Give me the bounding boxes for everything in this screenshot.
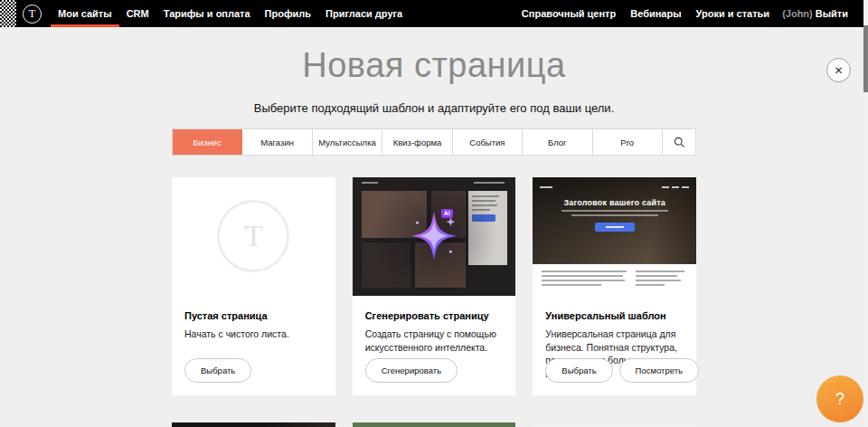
placeholder-line <box>540 186 552 188</box>
placeholder-line <box>662 186 669 188</box>
card-title: Универсальный шаблон <box>545 310 684 321</box>
main-nav: Мои сайты CRM Тарифы и оплата Профиль Пр… <box>51 0 410 27</box>
view-universal-button[interactable]: Посмотреть <box>619 358 699 383</box>
template-card-partial[interactable] <box>533 422 696 427</box>
card-body: Пустая страница Начать с чистого листа. <box>172 296 335 341</box>
choose-blank-button[interactable]: Выбрать <box>184 358 251 383</box>
nav-lessons[interactable]: Уроки и статьи <box>689 0 778 27</box>
template-cards-row: T Пустая страница Начать с чистого листа… <box>172 177 696 395</box>
mini-site-nav <box>533 186 696 188</box>
nav-my-sites[interactable]: Мои сайты <box>51 0 119 27</box>
preview-text-column <box>542 270 626 289</box>
hero-inner: Заголовок вашего сайта <box>533 177 696 232</box>
mini-nav-links <box>662 186 689 188</box>
logout-link[interactable]: Выйти <box>813 0 855 27</box>
placeholder-line <box>636 284 665 286</box>
placeholder-line <box>682 186 689 188</box>
secondary-nav: Справочный центр Вебинары Уроки и статьи… <box>514 0 855 27</box>
card-body: Сгенерировать страницу Создать страницу … <box>353 296 516 354</box>
universal-preview: Заголовок вашего сайта <box>533 177 696 296</box>
scrollbar <box>863 0 868 427</box>
search-icon <box>673 136 685 148</box>
close-button[interactable]: ✕ <box>826 58 851 82</box>
nav-invite-friend[interactable]: Пригласи друга <box>318 0 410 27</box>
card-description: Начать с чистого листа. <box>184 327 323 341</box>
generate-button[interactable]: Сгенерировать <box>365 358 458 383</box>
ai-badge: AI <box>441 209 453 218</box>
placeholder-line <box>542 275 622 277</box>
placeholder-line <box>636 275 677 277</box>
placeholder-line <box>636 280 681 281</box>
card-title: Пустая страница <box>184 310 323 321</box>
choose-universal-button[interactable]: Выбрать <box>545 358 612 383</box>
ai-sparkle-icon <box>406 207 462 263</box>
nav-webinars[interactable]: Вебинары <box>623 0 688 27</box>
nav-profile[interactable]: Профиль <box>258 0 318 27</box>
tab-multilink[interactable]: Мультиссылка <box>313 129 382 155</box>
card-actions: Выбрать Посмотреть <box>545 358 699 383</box>
template-card-partial[interactable] <box>353 422 516 427</box>
template-category-tabs: Бизнес Магазин Мультиссылка Квиз-форма С… <box>172 128 696 156</box>
scrollbar-thumb[interactable] <box>863 25 868 92</box>
tab-quiz-form[interactable]: Квиз-форма <box>382 129 452 155</box>
blank-page-preview: T <box>172 177 335 296</box>
user-name: (John) <box>782 8 813 19</box>
tilda-logo-letter: T <box>29 6 36 21</box>
help-button[interactable]: ? <box>816 375 863 422</box>
template-card-ai-generate: AI Сгенерировать страницу Создать страни… <box>353 177 516 395</box>
tab-pro[interactable]: Pro <box>593 129 663 155</box>
placeholder-line <box>672 186 679 188</box>
new-page-dialog: ✕ Новая страница Выберите подходящий шаб… <box>0 45 868 427</box>
preview-button-shape <box>595 223 635 232</box>
placeholder-line <box>542 284 600 286</box>
template-card-partial[interactable] <box>172 422 335 427</box>
preview-site-heading: Заголовок вашего сайта <box>533 198 696 207</box>
card-title: Сгенерировать страницу <box>365 310 504 321</box>
placeholder-line <box>542 280 624 281</box>
nav-tariffs[interactable]: Тарифы и оплата <box>156 0 258 27</box>
tab-search[interactable] <box>663 129 695 155</box>
template-cards-row-partial <box>172 422 696 427</box>
placeholder-line <box>636 270 685 272</box>
preview-text-column <box>636 270 685 289</box>
tilda-logo[interactable]: T <box>23 5 42 24</box>
ai-generate-preview: AI <box>353 177 516 296</box>
tilda-edge-pattern <box>0 0 16 27</box>
placeholder-line <box>571 214 658 216</box>
universal-preview-text-section <box>533 264 696 296</box>
tab-events[interactable]: События <box>453 129 523 155</box>
nav-crm[interactable]: CRM <box>119 0 156 27</box>
topbar: T Мои сайты CRM Тарифы и оплата Профиль … <box>0 0 868 27</box>
template-card-universal: Заголовок вашего сайта <box>533 177 696 395</box>
tab-blog[interactable]: Блог <box>523 129 592 155</box>
card-actions: Выбрать <box>184 358 251 383</box>
placeholder-line <box>542 270 626 272</box>
placeholder-line <box>561 210 668 212</box>
tilda-watermark-icon: T <box>217 200 289 272</box>
universal-preview-hero: Заголовок вашего сайта <box>533 177 696 264</box>
tilda-watermark-letter: T <box>244 219 263 253</box>
nav-help-center[interactable]: Справочный центр <box>514 0 623 27</box>
tab-shop[interactable]: Магазин <box>242 129 312 155</box>
page-subtitle: Выберите подходящий шаблон и адаптируйте… <box>0 101 868 115</box>
card-actions: Сгенерировать <box>365 358 458 383</box>
card-description: Создать страницу с помощью искусственног… <box>365 327 504 354</box>
template-card-blank-page: T Пустая страница Начать с чистого листа… <box>172 177 335 395</box>
page-title: Новая страница <box>0 45 868 85</box>
tab-business[interactable]: Бизнес <box>173 129 242 155</box>
